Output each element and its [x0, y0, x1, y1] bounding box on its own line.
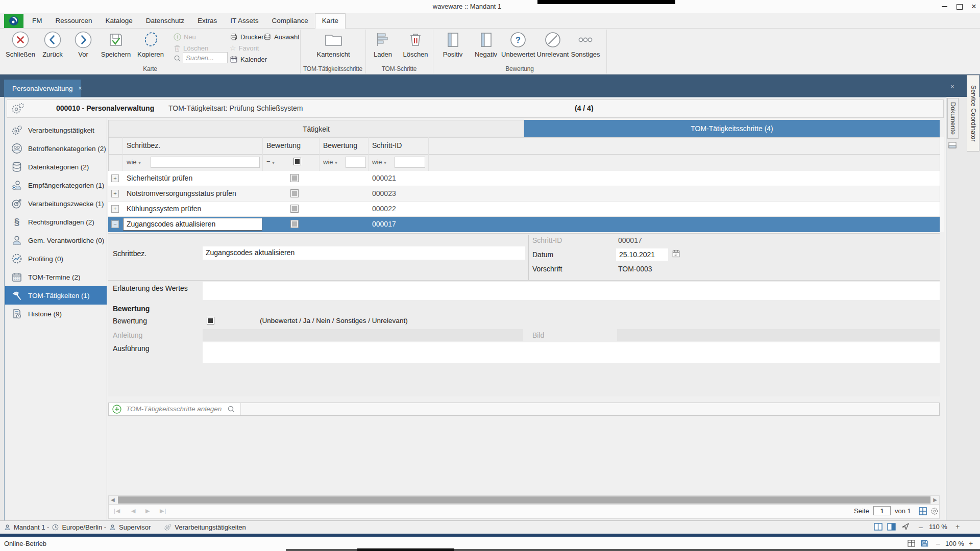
layout-fill-button[interactable]: [887, 523, 896, 532]
sidebar-item-tom-termine[interactable]: TOM-Termine (2): [5, 268, 107, 286]
status-module[interactable]: Verarbeitungstätigkeiten: [175, 523, 246, 531]
sidebar-item-betroffenenkategorien[interactable]: Betroffenenkategorien (2): [5, 139, 107, 158]
zoom-in-button[interactable]: +: [955, 522, 960, 531]
scroll-right-icon[interactable]: ▶: [933, 497, 937, 503]
grid-settings-button[interactable]: [930, 507, 939, 517]
menu-item-karte[interactable]: Karte: [315, 13, 346, 29]
dock-tab-dokumente[interactable]: Dokumente: [947, 98, 959, 139]
status-timezone[interactable]: Europe/Berlin -: [62, 523, 106, 531]
app-logo-button[interactable]: [4, 14, 23, 28]
menu-item-compliance[interactable]: Compliance: [265, 13, 314, 29]
bewertung-checkbox[interactable]: [207, 317, 214, 324]
filter-checkbox-bewertung[interactable]: [293, 158, 301, 165]
kopieren-button[interactable]: Kopieren: [135, 31, 166, 58]
filter-op-bewertung2[interactable]: wie ▾: [323, 158, 337, 166]
scroll-left-icon[interactable]: ◀: [111, 497, 115, 503]
favorit-button[interactable]: ☆ Favorit: [230, 43, 259, 53]
search-input[interactable]: [183, 52, 228, 63]
menu-item-ressourcen[interactable]: Ressourcen: [49, 13, 99, 29]
column-header-schritt-id[interactable]: Schritt-ID: [372, 141, 402, 149]
maximize-button[interactable]: [953, 2, 966, 11]
dock-button[interactable]: [948, 142, 957, 150]
date-picker-button[interactable]: [672, 249, 680, 259]
unbewertet-button[interactable]: ? Unbewertet: [501, 31, 535, 58]
filter-op-schrittbez[interactable]: wie ▾: [127, 158, 141, 166]
schrittbez-input[interactable]: Zugangscodes aktualisieren: [203, 246, 525, 260]
kartensicht-button[interactable]: Kartensicht: [303, 31, 363, 58]
menu-item-it-assets[interactable]: IT Assets: [224, 13, 265, 29]
menu-item-kataloge[interactable]: Kataloge: [99, 13, 139, 29]
sidebar-item-empfaengerkategorien[interactable]: Empfängerkategorien (1): [5, 176, 107, 194]
filter-input-schrittbez[interactable]: [151, 157, 260, 168]
sonstiges-button[interactable]: Sonstiges: [570, 31, 601, 58]
column-header-schrittbez[interactable]: Schrittbez.: [127, 141, 160, 149]
collapse-icon[interactable]: −: [111, 220, 119, 228]
sidebar-item-verarbeitungszwecke[interactable]: Verarbeitungszwecke (1): [5, 194, 107, 213]
neu-button[interactable]: Neu: [174, 32, 196, 42]
navigate-button[interactable]: [901, 522, 910, 532]
loeschen-schritte-button[interactable]: Löschen: [401, 31, 430, 58]
tab-close-icon[interactable]: ×: [79, 85, 82, 92]
tabbar-close-icon[interactable]: ×: [950, 83, 954, 90]
sidebar-item-tom-taetigkeiten[interactable]: TOM-Tätigkeiten (1): [5, 286, 107, 305]
layout-grid-button[interactable]: [918, 507, 927, 517]
minimize-button[interactable]: [938, 2, 950, 11]
unrelevant-button[interactable]: Unrelevant: [536, 31, 570, 58]
zoom-out-button[interactable]: –: [919, 523, 923, 531]
table-view-button[interactable]: [908, 540, 915, 548]
sidebar-item-verarbeitungstaetigkeit[interactable]: Verarbeitungstätigkeit: [5, 121, 107, 139]
schliessen-button[interactable]: Schließen: [5, 31, 36, 58]
zoom-out-button[interactable]: –: [936, 539, 940, 547]
filter-op-schritt-id[interactable]: wie ▾: [372, 158, 386, 166]
menu-item-datenschutz[interactable]: Datenschutz: [139, 13, 191, 29]
table-row[interactable]: + Kühlungssystem prüfen 000022: [108, 202, 940, 217]
loeschen-button[interactable]: Löschen: [174, 43, 208, 53]
add-step-button[interactable]: [112, 405, 121, 415]
sidebar-item-historie[interactable]: Historie (9): [5, 305, 107, 323]
sidebar-item-datenkategorien[interactable]: Datenkategorien (2): [5, 158, 107, 176]
dock-tab-service-coordinator[interactable]: Service Coordinator: [967, 75, 979, 152]
table-row-selected[interactable]: − Zugangscodes aktualisieren 000017: [108, 217, 940, 232]
filter-input-bewertung2[interactable]: [346, 157, 366, 168]
page-first-icon[interactable]: |◀: [114, 508, 120, 514]
status-user[interactable]: Supervisor: [119, 523, 151, 531]
vertical-scroll-gutter[interactable]: [940, 137, 944, 232]
table-row[interactable]: + Sicherheitstür prüfen 000021: [108, 171, 940, 186]
close-button[interactable]: ×: [968, 2, 980, 11]
sidebar-item-rechtsgrundlagen[interactable]: § Rechtsgrundlagen (2): [5, 213, 107, 231]
filter-op-bewertung1[interactable]: = ▾: [266, 158, 275, 166]
vor-button[interactable]: Vor: [70, 31, 96, 58]
row-bewertung-checkbox[interactable]: [290, 205, 299, 213]
page-last-icon[interactable]: ▶|: [160, 508, 166, 514]
menu-item-extras[interactable]: Extras: [191, 13, 224, 29]
kalender-button[interactable]: Kalender: [230, 54, 267, 64]
row-bewertung-checkbox[interactable]: [290, 189, 299, 197]
save-view-button[interactable]: [921, 540, 928, 548]
filter-input-schritt-id[interactable]: [395, 157, 425, 168]
sidebar-item-profiling[interactable]: Profiling (0): [5, 249, 107, 268]
positiv-button[interactable]: Positiv: [439, 31, 467, 58]
auswahl-button[interactable]: Auswahl: [263, 32, 299, 42]
zurueck-button[interactable]: Zurück: [39, 31, 66, 58]
tab-personalverwaltung[interactable]: Personalverwaltung ×: [4, 80, 81, 97]
horizontal-scrollbar[interactable]: ◀ ▶: [108, 495, 940, 505]
sidebar-item-gem-verantwortliche[interactable]: Gem. Verantwortliche (0): [5, 231, 107, 249]
negativ-button[interactable]: Negativ: [472, 31, 500, 58]
create-search-button[interactable]: [227, 405, 235, 415]
column-header-bewertung2[interactable]: Bewertung: [323, 141, 357, 149]
create-step-row[interactable]: TOM-Tätigkeitsschritte anlegen: [108, 403, 940, 416]
zoom-in-button[interactable]: +: [969, 539, 973, 547]
column-header-bewertung1[interactable]: Bewertung: [266, 141, 301, 149]
scrollbar-thumb[interactable]: [118, 496, 930, 504]
tab-taetigkeit[interactable]: Tätigkeit: [108, 120, 524, 137]
expand-icon[interactable]: +: [111, 174, 119, 182]
page-prev-icon[interactable]: ◀: [131, 508, 136, 514]
expand-icon[interactable]: +: [111, 205, 119, 213]
laden-button[interactable]: Laden: [370, 31, 396, 58]
page-next-icon[interactable]: ▶: [145, 508, 150, 514]
ausfuehrung-input[interactable]: [203, 342, 940, 363]
row-bewertung-checkbox[interactable]: [290, 174, 299, 182]
tab-tom-taetigkeitsschritte[interactable]: TOM-Tätigkeitsschritte (4): [524, 120, 940, 137]
row-name-edit-input[interactable]: Zugangscodes aktualisieren: [123, 218, 262, 231]
row-bewertung-checkbox[interactable]: [290, 220, 299, 228]
